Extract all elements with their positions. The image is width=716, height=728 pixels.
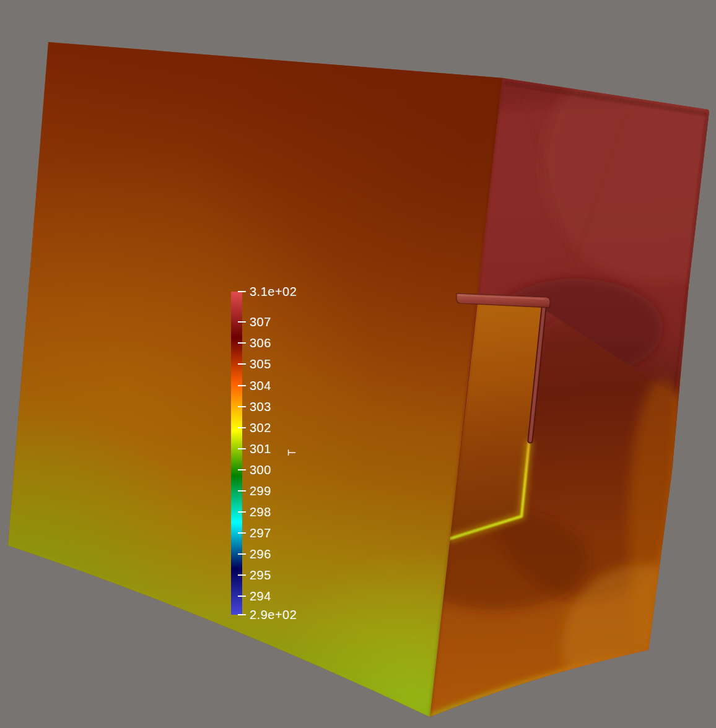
colorbar-tick-label: 301 [250, 442, 271, 454]
colorbar-tick-label: 3.1e+02 [250, 285, 297, 298]
colorbar-tick-label: 304 [250, 379, 271, 391]
colorbar-tick-label: 306 [250, 337, 271, 349]
colorbar-tick-label: 299 [250, 484, 271, 496]
colorbar-tick [238, 342, 246, 344]
colorbar-tick [238, 511, 246, 513]
colorbar-tick-label: 300 [250, 463, 271, 475]
colorbar-tick [238, 406, 246, 407]
colorbar-tick-label: 303 [250, 400, 271, 412]
colorbar-tick-label: 294 [250, 590, 271, 602]
colorbar-tick-label: 297 [250, 526, 271, 539]
colorbar-tick-label: 307 [250, 316, 271, 328]
colorbar-title: T [287, 449, 297, 456]
colorbar-tick [238, 596, 246, 597]
colorbar[interactable]: 3.1e+02307306305304303302301300299298297… [231, 292, 312, 615]
colorbar-tick [238, 321, 246, 323]
colorbar-tick [238, 574, 246, 576]
scene-3d [0, 0, 716, 728]
colorbar-tick-label: 295 [250, 569, 271, 581]
colorbar-tick [238, 532, 246, 534]
render-viewport[interactable]: 3.1e+02307306305304303302301300299298297… [0, 0, 716, 728]
colorbar-tick [238, 363, 246, 365]
colorbar-tick-label: 302 [250, 421, 271, 433]
colorbar-tick [238, 291, 246, 292]
colorbar-tick [238, 448, 246, 449]
colorbar-gradient [231, 292, 242, 615]
colorbar-tick-label: 298 [250, 505, 271, 518]
colorbar-tick [238, 614, 246, 615]
colorbar-tick [238, 469, 246, 470]
colorbar-tick-label: 296 [250, 548, 271, 560]
colorbar-tick [238, 490, 246, 492]
colorbar-tick-label: 305 [250, 358, 271, 370]
colorbar-tick [238, 553, 246, 555]
colorbar-tick [238, 427, 246, 428]
colorbar-tick [238, 385, 246, 386]
colorbar-tick-label: 2.9e+02 [250, 609, 297, 621]
